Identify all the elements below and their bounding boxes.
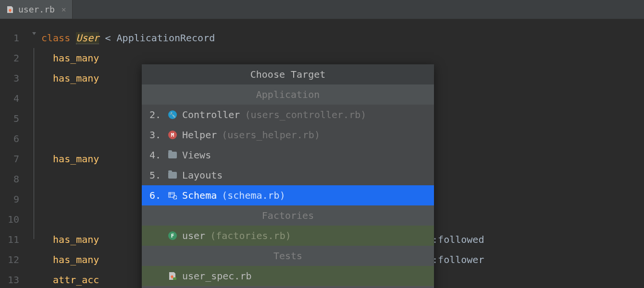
popup-item-user-spec[interactable]: user_spec.rb [142, 266, 434, 286]
factory-icon: F [168, 231, 177, 240]
tab-filename: user.rb [18, 4, 55, 14]
tab-bar: user.rb ✕ [0, 0, 644, 19]
helper-icon: M [168, 130, 177, 140]
line-number: 9 [0, 189, 30, 209]
line-number: 4 [0, 88, 30, 108]
fold-guide [34, 48, 34, 239]
popup-section-tests: Tests [142, 246, 434, 266]
schema-icon [168, 191, 177, 200]
editor: 1 2 3 4 5 6 7 8 9 10 11 12 13 class User… [0, 19, 644, 288]
file-tab[interactable]: user.rb ✕ [0, 0, 73, 19]
gutter: 1 2 3 4 5 6 7 8 9 10 11 12 13 [0, 19, 30, 288]
line-number: 3 [0, 68, 30, 88]
line-number: 2 [0, 48, 30, 68]
popup-item-controller[interactable]: 2. 🔧 Controller (users_controller.rb) [142, 105, 434, 125]
choose-target-popup: Choose Target Application 2. 🔧 Controlle… [142, 64, 434, 288]
collapse-icon[interactable] [31, 28, 37, 39]
popup-item-helper[interactable]: 3. M Helper (users_helper.rb) [142, 125, 434, 145]
line-number: 8 [0, 169, 30, 189]
line-number: 7 [0, 149, 30, 169]
svg-rect-0 [169, 192, 174, 197]
popup-item-schema[interactable]: 6. Schema (schema.rb) [142, 185, 434, 205]
popup-section-application: Application [142, 84, 434, 105]
fold-column [30, 19, 41, 288]
close-icon[interactable]: ✕ [62, 5, 66, 14]
line-number: 10 [0, 209, 30, 229]
line-number: 5 [0, 108, 30, 129]
line-number: 13 [0, 270, 30, 288]
line-number: 12 [0, 250, 30, 270]
popup-item-views[interactable]: 4. Views [142, 145, 434, 165]
folder-icon [168, 150, 177, 160]
code-line: class User < ApplicationRecord [41, 28, 644, 48]
folder-icon [168, 170, 177, 180]
line-number: 1 [0, 28, 30, 48]
controller-icon: 🔧 [168, 110, 177, 120]
popup-section-other: Other [142, 286, 434, 288]
ruby-file-icon [6, 5, 14, 14]
ruby-file-icon [168, 271, 177, 281]
popup-section-factories: Factories [142, 205, 434, 226]
popup-title: Choose Target [142, 64, 434, 84]
popup-item-user-factory[interactable]: F user (factories.rb) [142, 226, 434, 246]
svg-rect-5 [173, 277, 176, 280]
line-number: 11 [0, 229, 30, 250]
popup-item-layouts[interactable]: 5. Layouts [142, 165, 434, 185]
line-number: 6 [0, 129, 30, 149]
